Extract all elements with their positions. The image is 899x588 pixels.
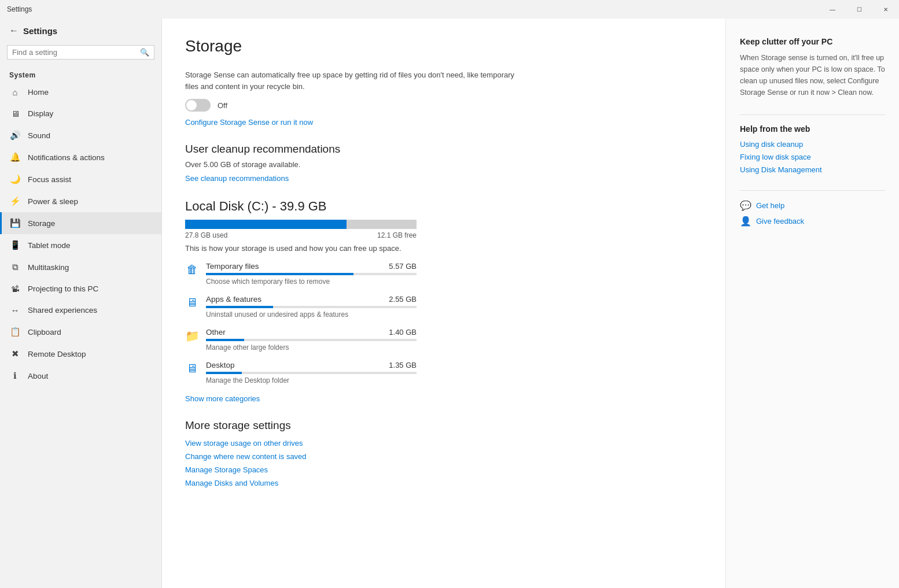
help-link-0[interactable]: Using disk cleanup (740, 140, 803, 149)
storage-bar-desktop (206, 372, 417, 374)
right-panel: Keep clutter off your PC When Storage se… (725, 19, 899, 588)
toggle-knob (186, 100, 197, 110)
storage-bar-fill-desktop (206, 372, 242, 374)
help-link-1[interactable]: Fixing low disk space (740, 153, 811, 161)
help-link-row-2: Using Disk Management (740, 165, 885, 174)
nav-icon-display: 🖥 (9, 109, 21, 119)
nav-label-display: Display (28, 109, 53, 118)
nav-icon-about: ℹ (9, 371, 21, 381)
nav-label-about: About (28, 372, 48, 380)
sidebar-item-focus[interactable]: 🌙 Focus assist (0, 168, 161, 190)
sidebar-item-notifications[interactable]: 🔔 Notifications & actions (0, 146, 161, 168)
more-link-2[interactable]: Manage Storage Spaces (185, 465, 702, 474)
sidebar-item-multitasking[interactable]: ⧉ Multitasking (0, 256, 161, 278)
nav-icon-focus: 🌙 (9, 174, 21, 184)
help-link-2[interactable]: Using Disk Management (740, 165, 822, 174)
get-help-icon: 💬 (740, 200, 751, 211)
main-content: Storage Storage Sense can automatically … (162, 19, 725, 588)
sidebar-item-projecting[interactable]: 📽 Projecting to this PC (0, 278, 161, 299)
panel-separator-2 (740, 190, 885, 191)
sidebar-item-storage[interactable]: 💾 Storage (0, 212, 161, 234)
show-more-link[interactable]: Show more categories (185, 394, 260, 403)
storage-size-apps: 2.55 GB (389, 295, 417, 304)
help-web-section: Help from the web Using disk cleanupFixi… (740, 124, 885, 174)
sidebar: ← Settings 🔍 System ⌂ Home 🖥 Display 🔊 S… (0, 19, 162, 588)
storage-desc-desktop: Manage the Desktop folder (206, 376, 417, 384)
storage-body-desktop: Desktop 1.35 GB Manage the Desktop folde… (206, 361, 417, 384)
page-title: Storage (185, 37, 702, 56)
keep-clutter-title: Keep clutter off your PC (740, 37, 885, 46)
toggle-label: Off (218, 101, 227, 110)
storage-bar-fill-other (206, 339, 244, 341)
give-feedback-row[interactable]: 👤 Give feedback (740, 216, 885, 227)
disk-free-label: 12.1 GB free (377, 231, 417, 239)
search-input[interactable] (12, 48, 140, 57)
titlebar-controls: — ☐ ✕ (819, 0, 899, 19)
sidebar-item-display[interactable]: 🖥 Display (0, 103, 161, 124)
storage-sense-desc: Storage Sense can automatically free up … (185, 69, 521, 92)
disk-labels: 27.8 GB used 12.1 GB free (185, 231, 417, 239)
disk-used-label: 27.8 GB used (185, 231, 227, 239)
storage-sense-toggle[interactable] (185, 99, 211, 112)
nav-label-notifications: Notifications & actions (28, 153, 105, 162)
storage-icon-temp: 🗑 (185, 263, 199, 276)
sidebar-item-shared[interactable]: ↔ Shared experiences (0, 299, 161, 321)
sidebar-item-power[interactable]: ⚡ Power & sleep (0, 190, 161, 212)
sidebar-item-remote[interactable]: ✖ Remote Desktop (0, 343, 161, 365)
storage-body-apps: Apps & features 2.55 GB Uninstall unused… (206, 295, 417, 319)
storage-sense-section: Storage Sense can automatically free up … (185, 69, 702, 127)
search-box[interactable]: 🔍 (7, 45, 154, 60)
minimize-button[interactable]: — (819, 0, 846, 19)
maximize-button[interactable]: ☐ (846, 0, 872, 19)
give-feedback-icon: 👤 (740, 216, 751, 227)
more-link-3[interactable]: Manage Disks and Volumes (185, 479, 702, 487)
sidebar-item-home[interactable]: ⌂ Home (0, 82, 161, 103)
close-button[interactable]: ✕ (872, 0, 899, 19)
storage-desc-temp: Choose which temporary files to remove (206, 278, 417, 286)
show-more[interactable]: Show more categories (185, 394, 702, 403)
storage-item-other[interactable]: 📁 Other 1.40 GB Manage other large folde… (185, 328, 417, 352)
sidebar-item-tablet[interactable]: 📱 Tablet mode (0, 234, 161, 256)
storage-icon-other: 📁 (185, 329, 199, 343)
storage-size-temp: 5.57 GB (389, 262, 417, 271)
get-help-row[interactable]: 💬 Get help (740, 200, 885, 211)
storage-bar-apps (206, 306, 417, 308)
help-link-row-0: Using disk cleanup (740, 139, 885, 149)
configure-link[interactable]: Configure Storage Sense or run it now (185, 118, 313, 127)
sidebar-item-about[interactable]: ℹ About (0, 365, 161, 387)
nav-icon-projecting: 📽 (9, 284, 21, 294)
get-help-link[interactable]: Get help (756, 201, 784, 210)
nav-list: ⌂ Home 🖥 Display 🔊 Sound 🔔 Notifications… (0, 82, 161, 387)
storage-name-other: Other (206, 328, 226, 336)
cleanup-link[interactable]: See cleanup recommendations (185, 174, 289, 183)
disk-title: Local Disk (C:) - 39.9 GB (185, 199, 702, 214)
nav-label-storage: Storage (28, 219, 55, 228)
sidebar-header[interactable]: ← Settings (0, 19, 161, 43)
nav-label-shared: Shared experiences (28, 306, 97, 315)
search-icon: 🔍 (140, 48, 149, 57)
more-link-0[interactable]: View storage usage on other drives (185, 439, 702, 448)
nav-icon-power: ⚡ (9, 196, 21, 206)
storage-row-temp: Temporary files 5.57 GB (206, 262, 417, 271)
help-web-title: Help from the web (740, 124, 885, 134)
nav-icon-shared: ↔ (9, 305, 21, 315)
sidebar-item-sound[interactable]: 🔊 Sound (0, 124, 161, 146)
back-button[interactable]: ← (9, 25, 19, 36)
give-feedback-link[interactable]: Give feedback (756, 217, 804, 225)
storage-desc-other: Manage other large folders (206, 343, 417, 352)
nav-icon-tablet: 📱 (9, 240, 21, 250)
storage-item-apps[interactable]: 🖥 Apps & features 2.55 GB Uninstall unus… (185, 295, 417, 319)
sidebar-item-clipboard[interactable]: 📋 Clipboard (0, 321, 161, 343)
storage-bar-temp (206, 273, 417, 275)
nav-label-tablet: Tablet mode (28, 241, 71, 250)
nav-label-projecting: Projecting to this PC (28, 284, 98, 293)
more-storage-title: More storage settings (185, 419, 702, 432)
storage-row-other: Other 1.40 GB (206, 328, 417, 336)
storage-item-desktop[interactable]: 🖥 Desktop 1.35 GB Manage the Desktop fol… (185, 361, 417, 384)
more-link-1[interactable]: Change where new content is saved (185, 452, 702, 461)
nav-icon-remote: ✖ (9, 349, 21, 359)
panel-separator (740, 114, 885, 115)
storage-bar-fill-apps (206, 306, 273, 308)
disk-caption: This is how your storage is used and how… (185, 244, 417, 253)
storage-item-temp[interactable]: 🗑 Temporary files 5.57 GB Choose which t… (185, 262, 417, 286)
